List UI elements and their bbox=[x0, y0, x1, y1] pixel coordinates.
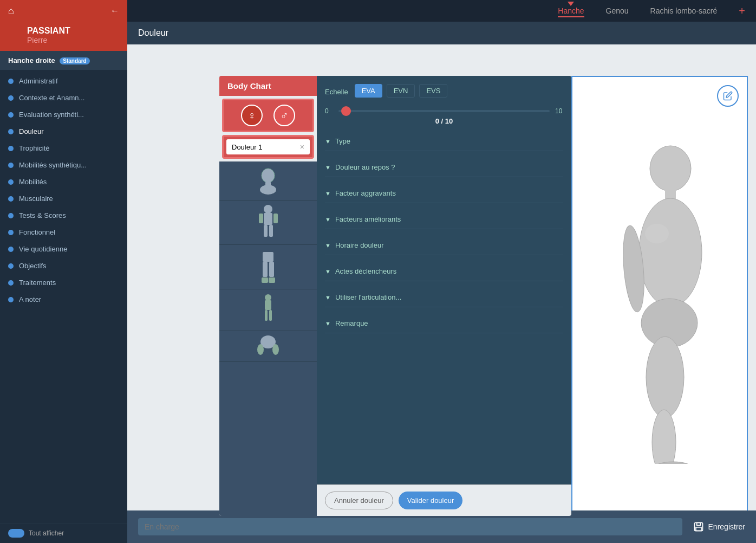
sidebar-item-objectifs[interactable]: Objectifs bbox=[0, 257, 127, 274]
svg-rect-93 bbox=[269, 262, 274, 277]
body-chart-modal: Body Chart ♀ ♂ Douleur 1 × bbox=[219, 76, 571, 516]
svg-rect-91 bbox=[263, 252, 273, 262]
svg-rect-95 bbox=[269, 277, 275, 283]
sidebar-item-label: Administratif bbox=[19, 77, 58, 85]
dot-icon bbox=[8, 146, 14, 151]
sidebar-item-a-noter[interactable]: A noter bbox=[0, 291, 127, 308]
svg-rect-90 bbox=[269, 225, 273, 237]
sidebar-item-label: Mobilités bbox=[19, 178, 47, 186]
male-gender-button[interactable]: ♂ bbox=[273, 105, 295, 126]
standard-badge: Standard bbox=[60, 57, 89, 64]
sidebar-item-label: Trophicité bbox=[19, 144, 50, 152]
modal-left-panel: Body Chart ♀ ♂ Douleur 1 × bbox=[219, 76, 317, 516]
sidebar-item-evaluation[interactable]: Evaluation synthéti... bbox=[0, 106, 127, 123]
sidebar-item-label: Contexte et Anamn... bbox=[19, 94, 84, 102]
sidebar-item-musculaire[interactable]: Musculaire bbox=[0, 190, 127, 207]
sidebar-item-douleur[interactable]: Douleur bbox=[0, 123, 127, 140]
svg-point-101 bbox=[257, 344, 264, 355]
chevron-articulation-icon: ▼ bbox=[325, 294, 331, 301]
sidebar-item-contexte[interactable]: Contexte et Anamn... bbox=[0, 89, 127, 106]
show-all-toggle[interactable] bbox=[8, 529, 24, 538]
scale-section: Echelle EVA EVN EVS 0 bbox=[325, 84, 563, 125]
section-aggravants-label: Facteur aggravants bbox=[335, 189, 396, 197]
section-facteur-aggravants[interactable]: ▼ Facteur aggravants bbox=[325, 184, 563, 203]
sidebar-item-label: Musculaire bbox=[19, 195, 53, 203]
modal-title: Body Chart bbox=[219, 76, 317, 96]
patient-firstname: Pierre bbox=[27, 36, 119, 44]
section-remarque[interactable]: ▼ Remarque bbox=[325, 314, 563, 333]
patient-name: PASSIANT bbox=[27, 26, 119, 36]
sidebar: ⌂ ← PASSIANT Pierre Hanche droite Standa… bbox=[0, 0, 127, 543]
svg-point-82 bbox=[262, 169, 275, 183]
svg-point-102 bbox=[272, 344, 279, 355]
figure-lower-body[interactable] bbox=[219, 245, 317, 289]
dot-icon bbox=[8, 280, 14, 286]
clear-pain-icon[interactable]: × bbox=[300, 143, 304, 151]
sidebar-item-label: Douleur bbox=[19, 127, 44, 135]
svg-rect-88 bbox=[273, 214, 278, 223]
main-content: Douleur bbox=[127, 22, 756, 543]
slider-thumb bbox=[341, 106, 351, 116]
dot-icon bbox=[8, 213, 14, 218]
sidebar-header: ⌂ ← bbox=[0, 0, 127, 22]
female-gender-button[interactable]: ♀ bbox=[241, 105, 263, 126]
section-type[interactable]: ▼ Type bbox=[325, 132, 563, 151]
sidebar-item-label: Vie quotidienne bbox=[19, 245, 67, 253]
pain-name-input[interactable]: Douleur 1 × bbox=[226, 139, 310, 154]
validate-pain-button[interactable]: Valider douleur bbox=[399, 492, 462, 509]
section-type-label: Type bbox=[335, 137, 350, 145]
section-facteurs-ameliorants[interactable]: ▼ Facteurs améliorants bbox=[325, 210, 563, 229]
patient-info: PASSIANT Pierre bbox=[0, 22, 127, 51]
section-douleur-repos[interactable]: ▼ Douleur au repos ? bbox=[325, 158, 563, 177]
back-icon[interactable]: ← bbox=[110, 6, 119, 16]
dot-icon bbox=[8, 263, 14, 269]
section-horaire-douleur[interactable]: ▼ Horaire douleur bbox=[325, 236, 563, 255]
chevron-ameliorants-icon: ▼ bbox=[325, 216, 331, 223]
dot-icon bbox=[8, 79, 14, 84]
svg-rect-86 bbox=[264, 213, 272, 225]
home-icon[interactable]: ⌂ bbox=[8, 5, 14, 17]
show-all-label[interactable]: Tout afficher bbox=[29, 529, 64, 537]
sidebar-item-mobilites-synth[interactable]: Mobilités synthétiqu... bbox=[0, 157, 127, 173]
sidebar-item-tests-scores[interactable]: Tests & Scores bbox=[0, 207, 127, 224]
scale-tab-evs[interactable]: EVS bbox=[419, 84, 447, 98]
section-horaire-label: Horaire douleur bbox=[335, 241, 384, 249]
scale-tabs: EVA EVN EVS bbox=[355, 84, 448, 98]
section-actes-label: Actes déclencheurs bbox=[335, 267, 396, 275]
scale-tab-evn[interactable]: EVN bbox=[387, 84, 415, 98]
sidebar-item-trophicite[interactable]: Trophicité bbox=[0, 140, 127, 157]
nav-hanche[interactable]: Hanche bbox=[558, 7, 584, 17]
scale-min-label: 0 bbox=[325, 107, 333, 115]
chevron-remarque-icon: ▼ bbox=[325, 320, 331, 327]
modal-wrapper: Body Chart ♀ ♂ Douleur 1 × bbox=[127, 22, 756, 543]
gender-selector: ♀ ♂ bbox=[222, 99, 314, 132]
svg-rect-99 bbox=[269, 310, 272, 321]
figure-body-full[interactable] bbox=[219, 201, 317, 245]
nav-genou[interactable]: Genou bbox=[606, 7, 629, 15]
dot-icon bbox=[8, 230, 14, 235]
scale-tab-eva[interactable]: EVA bbox=[355, 84, 382, 98]
sidebar-item-fonctionnel[interactable]: Fonctionnel bbox=[0, 224, 127, 241]
section-label: Hanche droite Standard bbox=[0, 51, 127, 70]
figure-shoulder-top[interactable] bbox=[219, 331, 317, 362]
sidebar-item-administratif[interactable]: Administratif bbox=[0, 73, 127, 89]
nav-rachis[interactable]: Rachis lombo-sacré bbox=[650, 7, 718, 15]
dot-icon bbox=[8, 112, 14, 118]
pain-slider[interactable] bbox=[338, 110, 550, 112]
add-nav-button[interactable]: + bbox=[739, 5, 745, 17]
body-figures-list bbox=[219, 161, 317, 516]
dot-icon bbox=[8, 95, 14, 101]
figure-head-front[interactable] bbox=[219, 161, 317, 201]
section-utiliser-articulation[interactable]: ▼ Utiliser l'articulation... bbox=[325, 288, 563, 307]
svg-point-84 bbox=[260, 185, 276, 195]
svg-point-96 bbox=[265, 294, 271, 301]
sidebar-item-traitements[interactable]: Traitements bbox=[0, 274, 127, 291]
section-actes-declencheurs[interactable]: ▼ Actes déclencheurs bbox=[325, 262, 563, 281]
figure-small-1[interactable] bbox=[219, 289, 317, 331]
sidebar-item-label: Tests & Scores bbox=[19, 211, 66, 219]
cancel-pain-button[interactable]: Annuler douleur bbox=[325, 492, 393, 509]
sidebar-item-mobilites[interactable]: Mobilités bbox=[0, 173, 127, 190]
sidebar-item-vie-quotidienne[interactable]: Vie quotidienne bbox=[0, 241, 127, 257]
chevron-repos-icon: ▼ bbox=[325, 164, 331, 171]
pain-name-box: Douleur 1 × bbox=[222, 135, 314, 159]
